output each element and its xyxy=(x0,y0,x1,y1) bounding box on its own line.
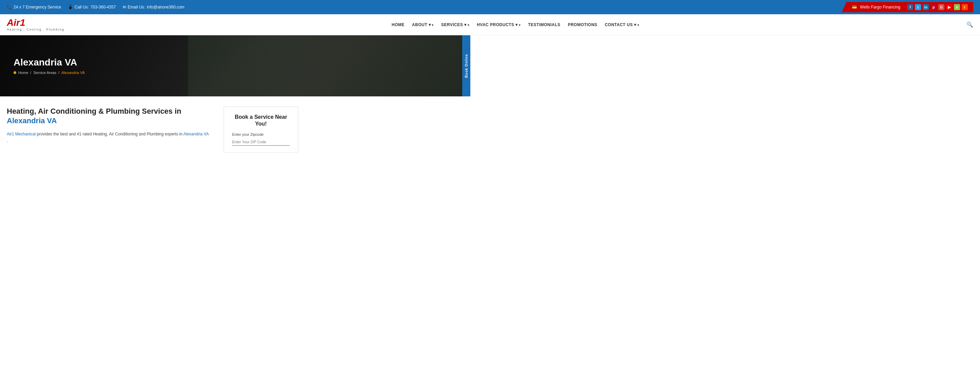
breadcrumb: Home / Service Areas / Alexandria VA xyxy=(14,70,470,75)
phone-number[interactable]: 703-360-4357 xyxy=(91,5,116,10)
hero-image: Alexandria VA Home / Service Areas / Ale… xyxy=(0,35,470,96)
linkedin-icon[interactable]: in xyxy=(923,4,929,10)
breadcrumb-separator-1: / xyxy=(30,70,31,75)
youtube-icon[interactable]: ▶ xyxy=(946,4,952,10)
nav-link-testimonials[interactable]: TESTIMONIALS xyxy=(528,22,560,27)
nav-item-services[interactable]: SERVICES ▾ xyxy=(441,21,469,27)
top-bar-right: 💳 Wells Fargo Financing f t in p G ▶ n r xyxy=(846,2,973,12)
book-online-tab[interactable]: Book Online xyxy=(462,35,470,96)
city-paragraph-link[interactable]: Alexandria VA xyxy=(183,132,209,136)
emergency-text: 24 x 7 Emergency Service xyxy=(14,5,61,10)
paragraph-text: provides the best and #1 rated Heating, … xyxy=(37,132,183,136)
logo[interactable]: Air1 Heating . Cooling . Plumbing xyxy=(7,18,64,32)
logo-sub: Heating . Cooling . Plumbing xyxy=(7,28,64,32)
company-link[interactable]: Air1 Mechanical xyxy=(7,132,36,136)
twitter-icon[interactable]: t xyxy=(915,4,921,10)
emergency-icon: 📞 xyxy=(7,5,12,10)
top-bar: 📞 24 x 7 Emergency Service 📱 Call Us: 70… xyxy=(0,0,980,14)
nav-link-promotions[interactable]: PROMOTIONS xyxy=(568,22,597,27)
call-label: Call Us: xyxy=(75,5,89,10)
book-online-label: Book Online xyxy=(465,54,468,78)
nav-bar: Air1 Heating . Cooling . Plumbing HOME A… xyxy=(0,14,980,35)
nav-link-contact[interactable]: CONTACT US ▾ xyxy=(605,22,640,27)
bottom-space xyxy=(0,163,980,231)
nav-item-promotions[interactable]: PROMOTIONS xyxy=(568,21,597,27)
hero-overlay: Alexandria VA Home / Service Areas / Ale… xyxy=(0,35,470,96)
heading-city-link[interactable]: Alexandria VA xyxy=(7,117,57,125)
financing-text[interactable]: Wells Fargo Financing xyxy=(860,5,900,10)
logo-text: Air1 xyxy=(7,18,64,28)
nav-item-testimonials[interactable]: TESTIMONIALS xyxy=(528,21,560,27)
content-paragraph: Air1 Mechanical provides the best and #1… xyxy=(7,131,210,145)
content-heading: Heating, Air Conditioning & Plumbing Ser… xyxy=(7,107,210,126)
email-icon: ✉ xyxy=(123,5,126,10)
content-area: Heating, Air Conditioning & Plumbing Ser… xyxy=(7,107,210,151)
logo-main: Air xyxy=(7,17,20,28)
email-label: Email Us: xyxy=(128,5,145,10)
search-icon[interactable]: 🔍 xyxy=(966,21,973,28)
nav-item-hvac[interactable]: HVAC PRODUCTS ▾ xyxy=(477,21,520,27)
breadcrumb-dot xyxy=(14,71,16,74)
breadcrumb-current: Alexandria VA xyxy=(61,70,85,75)
nav-link-services[interactable]: SERVICES ▾ xyxy=(441,22,469,27)
breadcrumb-home[interactable]: Home xyxy=(18,70,28,75)
pinterest-icon[interactable]: p xyxy=(931,4,937,10)
zipcode-label: Enter your Zipcode xyxy=(232,133,290,136)
nav-link-home[interactable]: HOME xyxy=(392,22,405,27)
financing-icon: 💳 xyxy=(852,5,857,10)
social-icons: f t in p G ▶ n r xyxy=(907,4,968,10)
google-icon[interactable]: G xyxy=(938,4,944,10)
emergency-info: 📞 24 x 7 Emergency Service xyxy=(7,5,61,10)
nextdoor-icon[interactable]: n xyxy=(954,4,960,10)
nav-item-home[interactable]: HOME xyxy=(392,21,405,27)
logo-accent: 1 xyxy=(20,17,25,28)
hero-section: Alexandria VA Home / Service Areas / Ale… xyxy=(0,35,980,96)
email-address[interactable]: info@airone360.com xyxy=(147,5,185,10)
paragraph-end: . xyxy=(7,139,8,143)
phone-info[interactable]: 📱 Call Us: 703-360-4357 xyxy=(68,5,116,10)
book-service-title: Book a Service Near You! xyxy=(232,114,290,128)
hero-title: Alexandria VA xyxy=(14,57,470,68)
phone-icon: 📱 xyxy=(68,5,73,10)
nav-link-about[interactable]: ABOUT ▾ xyxy=(412,22,434,27)
breadcrumb-service-areas[interactable]: Service Areas xyxy=(33,70,56,75)
nav-item-contact[interactable]: CONTACT US ▾ xyxy=(605,21,640,27)
reddit-icon[interactable]: r xyxy=(962,4,968,10)
heading-prefix: Heating, Air Conditioning & Plumbing Ser… xyxy=(7,107,181,115)
main-content: Heating, Air Conditioning & Plumbing Ser… xyxy=(0,96,305,163)
nav-item-about[interactable]: ABOUT ▾ xyxy=(412,21,434,27)
nav-link-hvac[interactable]: HVAC PRODUCTS ▾ xyxy=(477,22,520,27)
top-bar-left: 📞 24 x 7 Emergency Service 📱 Call Us: 70… xyxy=(7,5,185,10)
breadcrumb-separator-2: / xyxy=(58,70,59,75)
email-info[interactable]: ✉ Email Us: info@airone360.com xyxy=(123,5,185,10)
facebook-icon[interactable]: f xyxy=(907,4,913,10)
nav-links: HOME ABOUT ▾ SERVICES ▾ HVAC PRODUCTS ▾ … xyxy=(392,21,639,27)
book-service-box: Book a Service Near You! Enter your Zipc… xyxy=(224,107,298,153)
zipcode-input[interactable] xyxy=(232,139,290,145)
